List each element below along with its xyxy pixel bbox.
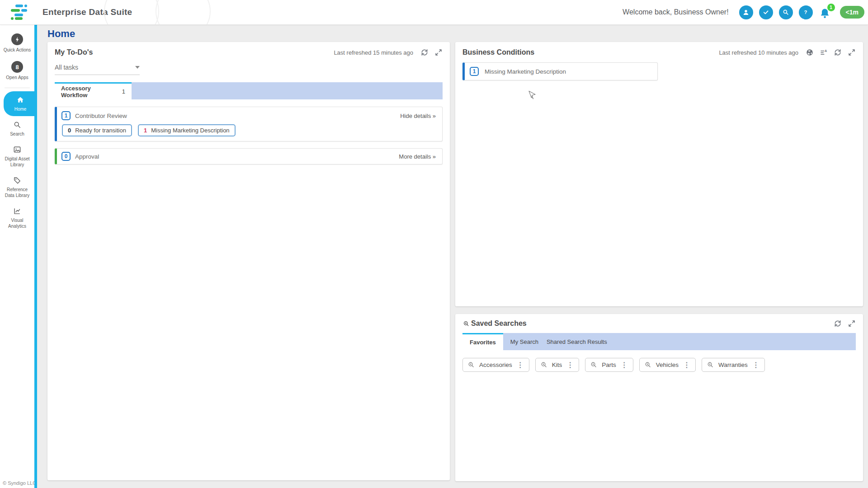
sort-alpha-icon: A [820, 48, 828, 56]
search-button[interactable] [779, 5, 793, 19]
account-button[interactable] [739, 5, 753, 19]
saved-search-chip-vehicles[interactable]: Vehicles ⋮ [639, 358, 696, 372]
tab-my-search[interactable]: My Search [503, 333, 546, 350]
tag-icon [13, 176, 22, 185]
tab-label: Accessory Workflow [61, 85, 113, 99]
svg-text:A: A [825, 49, 827, 52]
kebab-menu-icon[interactable]: ⋮ [566, 361, 574, 369]
notifications-button[interactable]: 1 [819, 4, 834, 20]
chip-label: Ready for transition [75, 127, 126, 134]
main-content: Home My To-Do's Last refreshed 15 minute… [37, 25, 868, 488]
kebab-menu-icon[interactable]: ⋮ [516, 361, 524, 369]
question-icon: ? [802, 8, 810, 16]
saved-search-chip-kits[interactable]: Kits ⋮ [535, 358, 580, 372]
open-apps-count-icon: 8 [11, 61, 23, 73]
task-filter-value: All tasks [55, 64, 78, 71]
sidebar-item-digital-asset-library[interactable]: Digital Asset Library [0, 141, 34, 172]
chip-label: Missing Marketing Description [151, 127, 229, 134]
notification-badge: 1 [827, 4, 835, 11]
sidebar-divider [5, 88, 30, 88]
tab-accessory-workflow[interactable]: Accessory Workflow 1 [55, 82, 132, 99]
saved-search-icon [707, 361, 714, 369]
hide-details-link[interactable]: Hide details » [400, 113, 436, 119]
sidebar: Quick Actions 8 Open Apps Home Search Di… [0, 25, 34, 488]
refresh-icon [834, 48, 842, 56]
decorative-circle [104, 0, 159, 25]
sidebar-item-reference-data-library[interactable]: Reference Data Library [0, 172, 34, 202]
image-icon [13, 145, 22, 154]
saved-search-chip-parts[interactable]: Parts ⋮ [585, 358, 633, 372]
sidebar-item-label: Visual Analytics [8, 217, 26, 229]
saved-search-chip-accessories[interactable]: Accessories ⋮ [462, 358, 529, 372]
svg-text:?: ? [804, 9, 807, 15]
expand-icon [848, 319, 856, 328]
kebab-menu-icon[interactable]: ⋮ [752, 361, 760, 369]
header-actions: Welcome back, Business Owner! ? 1 [623, 4, 868, 20]
page-title: Home [47, 28, 75, 40]
refresh-icon [834, 319, 842, 328]
kebab-menu-icon[interactable]: ⋮ [683, 361, 691, 369]
task-count-badge: 0 [61, 152, 71, 161]
chip-label: Warranties [718, 361, 748, 368]
sidebar-item-home[interactable]: Home [4, 91, 37, 116]
business-conditions-title: Business Conditions [462, 48, 534, 56]
saved-search-icon [540, 361, 548, 369]
help-button[interactable]: ? [799, 5, 813, 19]
expand-icon [848, 48, 856, 56]
saved-search-chip-warranties[interactable]: Warranties ⋮ [702, 358, 765, 372]
chip-label: Parts [602, 361, 616, 368]
saved-search-icon [590, 361, 598, 369]
my-todos-title: My To-Do's [55, 48, 93, 56]
user-icon [742, 8, 750, 16]
approvals-button[interactable] [759, 5, 773, 19]
tab-label: Favorites [470, 339, 496, 346]
expand-icon [434, 48, 443, 56]
more-details-link[interactable]: More details » [399, 153, 436, 160]
tab-shared-search-results[interactable]: Shared Search Results [546, 333, 614, 350]
refresh-button[interactable] [834, 48, 842, 56]
saved-searches-title: Saved Searches [471, 319, 527, 328]
expand-button[interactable] [848, 48, 856, 56]
session-timer-pill[interactable]: <1m [840, 6, 864, 19]
task-card-contributor-review: 1 Contributor Review Hide details » 0 Re… [55, 107, 443, 141]
expand-button[interactable] [434, 48, 443, 56]
sort-button[interactable]: A [820, 48, 828, 56]
status-chip-ready-for-transition[interactable]: 0 Ready for transition [62, 124, 132, 136]
workflow-tabstrip: Accessory Workflow 1 [55, 82, 443, 99]
search-icon [782, 8, 790, 16]
tab-label: Shared Search Results [547, 338, 607, 345]
refresh-button[interactable] [834, 319, 842, 328]
sidebar-item-search[interactable]: Search [0, 116, 34, 141]
condition-label: Missing Marketing Description [485, 68, 566, 75]
refreshed-timestamp: Last refreshed 10 minutes ago [719, 49, 798, 56]
tab-count: 1 [122, 88, 125, 95]
app-header: Enterprise Data Suite Welcome back, Busi… [0, 0, 868, 25]
sidebar-item-quick-actions[interactable]: Quick Actions [0, 29, 34, 57]
task-card-approval: 0 Approval More details » [55, 148, 443, 164]
condition-count-badge: 1 [470, 67, 479, 76]
syndigo-logo-icon[interactable] [10, 4, 30, 21]
tab-favorites[interactable]: Favorites [462, 333, 503, 350]
business-condition-card[interactable]: 1 Missing Marketing Description [462, 62, 658, 80]
line-chart-icon [13, 206, 22, 216]
task-filter-select[interactable]: All tasks [55, 64, 140, 75]
kebab-menu-icon[interactable]: ⋮ [620, 361, 628, 369]
saved-searches-panel: Saved Searches Favorites [455, 314, 863, 481]
saved-search-chips: Accessories ⋮ Kits ⋮ Parts ⋮ Vehicles ⋮ … [462, 358, 856, 372]
sidebar-item-label: Open Apps [6, 75, 28, 80]
sidebar-item-label: Search [10, 131, 24, 137]
home-icon [16, 95, 25, 104]
copyright-text: © Syndigo LLC [3, 480, 36, 486]
welcome-message: Welcome back, Business Owner! [623, 8, 728, 16]
sidebar-item-visual-analytics[interactable]: Visual Analytics [0, 202, 34, 233]
refresh-button[interactable] [420, 48, 429, 56]
status-chip-missing-marketing-description[interactable]: 1 Missing Marketing Description [138, 124, 236, 136]
expand-button[interactable] [848, 319, 856, 328]
my-todos-panel: My To-Do's Last refreshed 15 minutes ago… [47, 42, 450, 480]
sidebar-item-open-apps[interactable]: 8 Open Apps [0, 57, 34, 84]
lightning-icon [11, 33, 23, 45]
globe-button[interactable] [806, 48, 814, 56]
chip-label: Accessories [479, 361, 512, 368]
saved-search-icon [644, 361, 652, 369]
task-title: Contributor Review [75, 113, 127, 119]
